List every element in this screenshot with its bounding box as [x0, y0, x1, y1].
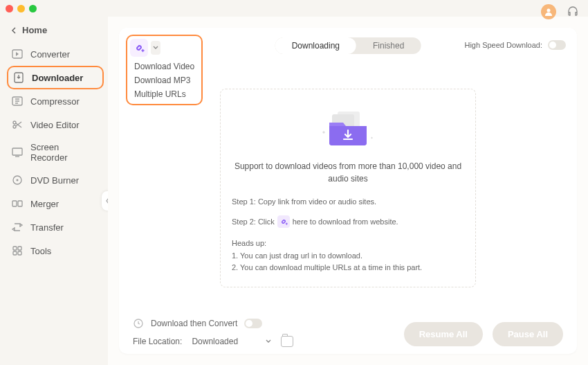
svg-rect-10: [13, 247, 17, 250]
high-speed-download: High Speed Download:: [464, 40, 566, 50]
sidebar-item-dvd-burner[interactable]: DVD Burner: [0, 168, 108, 192]
pause-all-button[interactable]: Pause All: [493, 322, 563, 346]
svg-rect-8: [12, 201, 17, 206]
disc-icon: [11, 174, 24, 186]
screen-icon: [11, 146, 24, 159]
sidebar-item-transfer[interactable]: Transfer: [0, 215, 108, 239]
svg-rect-13: [18, 251, 21, 255]
convert-toggle[interactable]: [244, 319, 262, 328]
clock-icon: [133, 318, 144, 329]
svg-point-14: [547, 9, 551, 12]
dropzone[interactable]: Support to download videos from more tha…: [220, 89, 476, 287]
step2-text-a: Step 2: Click: [232, 217, 275, 226]
downloader-icon: [12, 71, 25, 84]
sidebar-item-label: Transfer: [30, 222, 64, 233]
converter-icon: [11, 48, 24, 60]
sidebar: Home Converter Downloader Compressor Vid…: [0, 17, 108, 365]
svg-point-3: [13, 121, 16, 124]
compressor-icon: [11, 95, 24, 107]
sidebar-item-video-editor[interactable]: Video Editor: [0, 113, 108, 136]
hsd-toggle[interactable]: [548, 40, 566, 50]
sidebar-item-label: DVD Burner: [30, 175, 79, 186]
svg-rect-9: [18, 201, 22, 206]
svg-point-4: [13, 125, 16, 128]
download-dropdown-toggle[interactable]: [151, 41, 160, 55]
bottom-bar: Download then Convert File Location: Dow…: [133, 318, 563, 347]
download-dropdown-menu: Download Video Download MP3 Multiple URL…: [130, 60, 199, 101]
sidebar-item-label: Screen Recorder: [30, 142, 97, 163]
step-2: Step 2: Click here to download from webs…: [232, 215, 464, 228]
merger-icon: [11, 197, 24, 210]
convert-label: Download then Convert: [151, 319, 237, 328]
link-plus-icon: [277, 215, 290, 228]
sidebar-item-label: Merger: [30, 199, 59, 209]
sidebar-home[interactable]: Home: [0, 21, 108, 42]
heads-title: Heads up:: [232, 238, 464, 250]
download-link-button[interactable]: [130, 39, 148, 57]
scissors-icon: [11, 118, 24, 131]
sidebar-item-screen-recorder[interactable]: Screen Recorder: [0, 136, 108, 168]
sidebar-item-label: Converter: [30, 49, 70, 60]
sidebar-item-tools[interactable]: Tools: [0, 239, 108, 262]
folder-illustration: [232, 107, 464, 149]
home-label: Home: [22, 25, 47, 35]
open-folder-button[interactable]: [281, 336, 293, 347]
sidebar-item-compressor[interactable]: Compressor: [0, 89, 108, 113]
resume-all-button[interactable]: Resume All: [404, 322, 483, 346]
menu-item-download-video[interactable]: Download Video: [130, 60, 199, 73]
location-label: File Location:: [133, 337, 182, 346]
grid-icon: [11, 244, 24, 257]
chevron-left-icon: [11, 27, 18, 34]
link-plus-icon: [133, 42, 145, 54]
location-select[interactable]: Downloaded: [189, 337, 274, 346]
support-icon[interactable]: [566, 5, 580, 19]
hsd-label: High Speed Download:: [464, 41, 542, 49]
sidebar-item-label: Tools: [30, 246, 51, 256]
step2-text-b: here to download from website.: [293, 217, 398, 226]
maximize-window[interactable]: [29, 5, 37, 12]
svg-point-7: [17, 179, 19, 181]
main-card: Download Video Download MP3 Multiple URL…: [119, 28, 577, 354]
menu-item-multiple-urls[interactable]: Multiple URLs: [130, 87, 199, 101]
tab-finished[interactable]: Finished: [356, 37, 421, 54]
heads-line-2: 2. You can download multiple URLs at a t…: [232, 262, 464, 274]
location-value: Downloaded: [192, 337, 238, 346]
sidebar-item-label: Downloader: [32, 73, 83, 83]
sidebar-item-merger[interactable]: Merger: [0, 192, 108, 215]
chevron-down-icon: [266, 339, 271, 344]
sidebar-item-label: Video Editor: [30, 120, 80, 130]
svg-rect-5: [12, 148, 22, 155]
minimize-window[interactable]: [17, 5, 25, 12]
sidebar-item-label: Compressor: [30, 96, 80, 107]
close-window[interactable]: [6, 5, 13, 12]
user-avatar[interactable]: [541, 4, 556, 19]
sidebar-item-converter[interactable]: Converter: [0, 42, 108, 66]
heads-line-1: 1. You can just drag url in to download.: [232, 250, 464, 262]
traffic-lights: [0, 0, 588, 17]
svg-rect-12: [13, 251, 17, 255]
menu-item-download-mp3[interactable]: Download MP3: [130, 73, 199, 87]
tab-downloading[interactable]: Downloading: [275, 37, 356, 54]
tabs-segmented: Downloading Finished: [275, 37, 421, 54]
content-area: Download Video Download MP3 Multiple URL…: [108, 17, 588, 365]
svg-rect-11: [18, 247, 21, 250]
support-text: Support to download videos from more tha…: [232, 160, 464, 185]
heads-up: Heads up: 1. You can just drag url in to…: [232, 238, 464, 274]
sidebar-item-downloader[interactable]: Downloader: [7, 66, 104, 89]
transfer-icon: [11, 221, 24, 233]
header-controls: [541, 4, 580, 19]
step-1: Step 1: Copy link from video or audio si…: [232, 197, 464, 206]
download-button-group: Download Video Download MP3 Multiple URL…: [126, 35, 203, 105]
chevron-down-icon: [153, 46, 158, 50]
